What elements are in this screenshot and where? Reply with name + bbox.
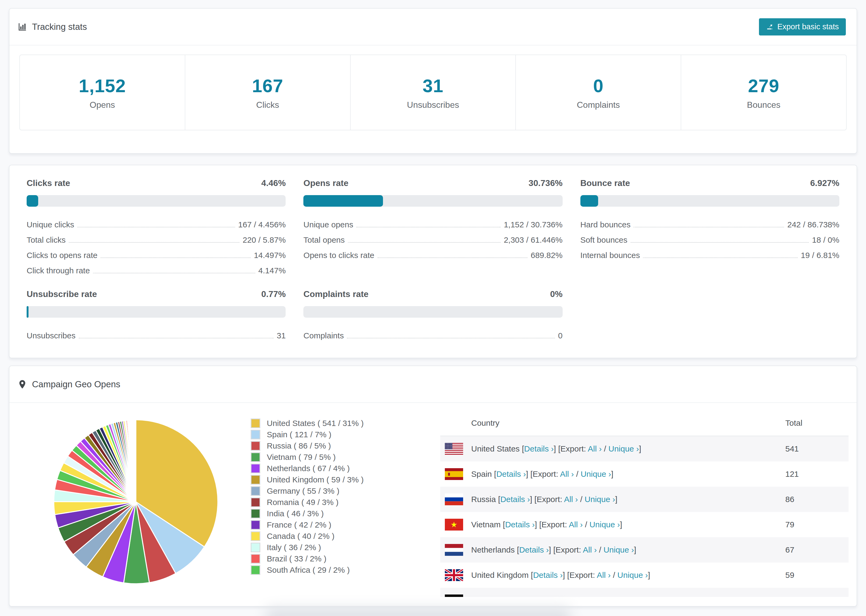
rate-detail-row: Hard bounces242 / 86.738% <box>580 217 839 232</box>
details-link[interactable]: Details › <box>524 444 554 453</box>
legend-item: Netherlands ( 67 / 4% ) <box>251 463 440 474</box>
rate-detail-value: 2,303 / 61.446% <box>504 236 563 245</box>
rate-detail-value: 689.82% <box>531 251 562 260</box>
legend-item: Romania ( 49 / 3% ) <box>251 497 440 508</box>
map-pin-icon <box>17 379 27 389</box>
legend-item: Spain ( 121 / 7% ) <box>251 429 440 440</box>
rate-detail-label: Unique clicks <box>27 220 74 229</box>
export-all-link[interactable]: All › <box>569 520 583 529</box>
geo-total-cell: 59 <box>785 563 849 588</box>
rate-detail-value: 0 <box>558 331 563 340</box>
export-all-link[interactable]: All › <box>564 495 578 504</box>
bracket: [ <box>522 444 524 453</box>
legend-color-chip <box>251 531 260 541</box>
legend-color-chip <box>251 452 260 462</box>
export-unique-link[interactable]: Unique › <box>617 570 648 580</box>
geo-table-row: Germany [Details ›] [Export: All › / Uni… <box>440 588 849 597</box>
rate-detail-row: Total clicks220 / 5.87% <box>27 232 286 248</box>
unsubscribe-rate-progress-bar <box>27 306 286 318</box>
geo-total-cell: 67 <box>785 537 849 563</box>
rate-detail-label: Hard bounces <box>580 220 631 229</box>
details-link[interactable]: Details › <box>505 520 535 529</box>
export-basic-stats-button[interactable]: Export basic stats <box>759 18 846 36</box>
flag-vn-icon <box>445 519 463 531</box>
bounce-rate-title: Bounce rate <box>580 178 630 188</box>
tracking-stats-title: Tracking stats <box>17 22 87 32</box>
geo-table-row: Netherlands [Details ›] [Export: All › /… <box>440 537 849 563</box>
geo-country-cell: Russia [Details ›] [Export: All › / Uniq… <box>440 493 785 505</box>
export-text: ] [Export: <box>563 570 597 580</box>
geo-total-cell: 121 <box>785 462 849 487</box>
details-link[interactable]: Details › <box>496 470 526 478</box>
page: Tracking stats Export basic stats 1,152 … <box>0 0 866 607</box>
rate-detail-label: Soft bounces <box>580 236 627 245</box>
unsubscribe-rate-progress-fill <box>27 306 28 318</box>
bracket: ] <box>639 444 641 453</box>
geo-table-header-row: Country Total <box>440 410 849 436</box>
rate-detail-row: Clicks to opens rate14.497% <box>27 248 286 263</box>
bounce-rate-progress-bar <box>580 195 839 207</box>
details-link[interactable]: Details › <box>533 570 563 580</box>
export-all-link[interactable]: All › <box>573 596 587 597</box>
export-all-link[interactable]: All › <box>560 470 574 478</box>
bracket: ] <box>624 596 626 597</box>
export-unique-link[interactable]: Unique › <box>593 596 624 597</box>
geo-opens-title: Campaign Geo Opens <box>17 379 120 390</box>
stat-unsubscribes-label: Unsubscribes <box>407 100 459 110</box>
details-link[interactable]: Details › <box>509 596 538 597</box>
dotted-leader <box>631 242 809 243</box>
legend-label: Brazil ( 33 / 2% ) <box>267 554 326 563</box>
export-all-link[interactable]: All › <box>597 570 611 580</box>
geo-total-cell: 541 <box>785 436 849 462</box>
rates-grid: Clicks rate 4.46% Unique clicks167 / 4.4… <box>27 178 839 343</box>
flag-ru-icon <box>445 493 463 505</box>
rate-detail-row: Complaints0 <box>303 328 562 343</box>
export-unique-link[interactable]: Unique › <box>585 495 615 504</box>
rate-panel-opens: Opens rate 30.736% Unique opens1,152 / 3… <box>303 178 562 278</box>
legend-label: Romania ( 49 / 3% ) <box>267 498 339 507</box>
slash: / <box>578 495 585 504</box>
tracking-stats-header: Tracking stats Export basic stats <box>9 9 857 46</box>
legend-label: France ( 42 / 2% ) <box>267 520 331 530</box>
export-text: ] [Export: <box>526 470 560 478</box>
export-all-link[interactable]: All › <box>588 444 602 453</box>
rate-detail-value: 167 / 4.456% <box>238 220 286 229</box>
stat-unsubscribes: 31 Unsubscribes <box>351 55 516 130</box>
legend-item: United States ( 541 / 31% ) <box>251 418 440 429</box>
export-unique-link[interactable]: Unique › <box>589 520 620 529</box>
legend-label: India ( 46 / 3% ) <box>267 509 324 518</box>
details-link[interactable]: Details › <box>519 545 549 554</box>
slash: / <box>583 520 589 529</box>
stat-unsubscribes-value: 31 <box>422 75 444 96</box>
rate-detail-label: Click through rate <box>27 266 90 275</box>
bounce-rate-value: 6.927% <box>810 178 839 188</box>
clicks-rate-value: 4.46% <box>261 178 286 188</box>
bottom-shadow <box>266 608 570 616</box>
export-unique-link[interactable]: Unique › <box>603 545 634 554</box>
details-link[interactable]: Details › <box>500 495 530 504</box>
legend-label: United Kingdom ( 59 / 3% ) <box>267 475 364 484</box>
unsubscribe-rate-rows: Unsubscribes31 <box>27 328 286 343</box>
rate-panel-clicks: Clicks rate 4.46% Unique clicks167 / 4.4… <box>27 178 286 278</box>
complaints-rate-rows: Complaints0 <box>303 328 562 343</box>
rate-detail-row: Unique opens1,152 / 30.736% <box>303 217 562 232</box>
geo-pie-chart <box>17 410 225 597</box>
geo-opens-card: Campaign Geo Opens United States ( 541 /… <box>9 366 857 607</box>
opens-rate-rows: Unique opens1,152 / 30.736%Total opens2,… <box>303 217 562 263</box>
export-unique-link[interactable]: Unique › <box>608 444 639 453</box>
bracket: ] <box>611 470 613 478</box>
geo-table-row: Spain [Details ›] [Export: All › / Uniqu… <box>440 462 849 487</box>
export-text: ] [Export: <box>538 596 573 597</box>
geo-table-row: Vietnam [Details ›] [Export: All › / Uni… <box>440 512 849 537</box>
stat-bounces: 279 Bounces <box>681 55 846 130</box>
tracking-stats-title-text: Tracking stats <box>32 22 87 32</box>
stats-row: 1,152 Opens 167 Clicks 31 Unsubscribes 0… <box>19 55 847 130</box>
export-text: ] [Export: <box>530 495 564 504</box>
rate-detail-label: Total clicks <box>27 236 66 245</box>
rate-detail-label: Total opens <box>303 236 345 245</box>
export-unique-link[interactable]: Unique › <box>581 470 611 478</box>
rate-panel-complaints: Complaints rate 0% Complaints0 <box>303 289 562 343</box>
rate-detail-row: Unsubscribes31 <box>27 328 286 343</box>
country-name: United Kingdom <box>471 570 531 580</box>
export-all-link[interactable]: All › <box>583 545 597 554</box>
